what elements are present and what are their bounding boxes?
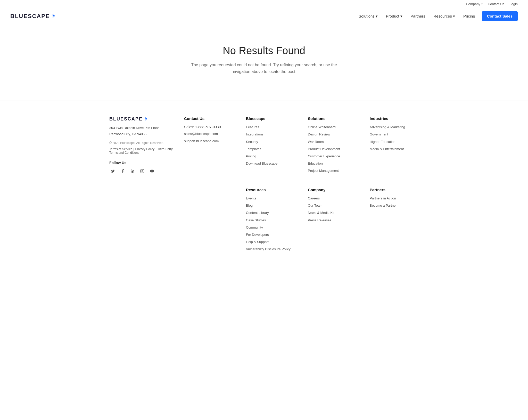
terms-link[interactable]: Terms of Service <box>109 147 132 151</box>
list-item: Project Management <box>308 168 359 173</box>
footer-link[interactable]: Product Development <box>308 147 340 151</box>
svg-marker-0 <box>53 14 55 16</box>
product-label: Product <box>386 14 399 18</box>
footer-contact-links: Sales: 1-888-507-0030 sales@bluescape.co… <box>184 125 236 143</box>
footer-resources: Resources EventsBlogContent LibraryCase … <box>246 188 298 252</box>
list-item: Media & Entertainment <box>370 147 421 151</box>
footer-link[interactable]: Partners in Action <box>370 196 396 200</box>
list-item: support.bluescape.com <box>184 139 236 143</box>
page-title: No Results Found <box>223 45 305 56</box>
svg-marker-1 <box>53 16 55 18</box>
list-item: News & Media Kit <box>308 211 359 215</box>
list-item: Blog <box>246 203 298 208</box>
footer-link[interactable]: Design Review <box>308 132 330 136</box>
logo-text: BLUESCAPE <box>10 13 50 20</box>
footer-link[interactable]: Integrations <box>246 132 263 136</box>
footer-link[interactable]: Security <box>246 140 258 144</box>
footer-link[interactable]: Case Studies <box>246 218 266 222</box>
footer-link[interactable]: Community <box>246 225 263 229</box>
footer-partners-links: Partners in ActionBecome a Partner <box>370 196 421 208</box>
footer-link[interactable]: Project Management <box>308 169 339 173</box>
footer-copyright: © 2022 Bluescape. All Rights Reserved. <box>109 141 174 145</box>
footer: BLUESCAPE 303 Twin Dolphin Drive, 6th Fl… <box>0 101 528 262</box>
footer-link[interactable]: Education <box>308 161 323 165</box>
footer-bluescape-links: FeaturesIntegrationsSecurityTemplatesPri… <box>246 125 298 166</box>
footer-solutions: Solutions Online WhiteboardDesign Review… <box>308 116 359 175</box>
svg-marker-2 <box>145 117 147 119</box>
solutions-chevron-icon: ▾ <box>376 14 378 19</box>
main-content: No Results Found The page you requested … <box>0 24 528 101</box>
list-item: Content Library <box>246 211 298 215</box>
list-item: sales@bluescape.com <box>184 132 236 136</box>
contact-us-link[interactable]: Contact Us <box>488 2 504 6</box>
list-item: Events <box>246 196 298 201</box>
footer-link[interactable]: Careers <box>308 196 320 200</box>
list-item: Integrations <box>246 132 298 137</box>
login-link[interactable]: Login <box>509 2 518 6</box>
linkedin-icon[interactable] <box>129 167 136 175</box>
privacy-link[interactable]: Privacy Policy <box>135 147 154 151</box>
footer-resources-links: EventsBlogContent LibraryCase StudiesCom… <box>246 196 298 252</box>
twitter-icon[interactable] <box>109 167 117 175</box>
youtube-icon[interactable] <box>148 167 156 175</box>
list-item: Templates <box>246 147 298 151</box>
nav-links: Solutions ▾ Product ▾ Partners Resources… <box>355 11 518 21</box>
follow-us-label: Follow Us <box>109 161 174 165</box>
footer-logo-icon <box>143 117 148 122</box>
footer-link[interactable]: Our Team <box>308 204 323 207</box>
product-nav-item[interactable]: Product ▾ <box>382 12 406 21</box>
footer-link[interactable]: Government <box>370 132 388 136</box>
footer-bottom-spacer2 <box>184 188 236 252</box>
contact-sales-button[interactable]: Contact Sales <box>482 11 518 21</box>
footer-link[interactable]: Advertising & Marketing <box>370 125 405 129</box>
partners-nav-item[interactable]: Partners <box>407 12 429 20</box>
footer-link[interactable]: Pricing <box>246 154 256 158</box>
list-item: Pricing <box>246 154 298 159</box>
list-item: Become a Partner <box>370 203 421 208</box>
instagram-icon[interactable] <box>139 167 146 175</box>
list-item: Sales: 1-888-507-0030 <box>184 125 236 129</box>
resources-label: Resources <box>433 14 452 18</box>
footer-address: 303 Twin Dolphin Drive, 6th Floor Redwoo… <box>109 125 174 137</box>
list-item: Partners in Action <box>370 196 421 201</box>
footer-link[interactable]: For Developers <box>246 233 269 237</box>
footer-address-line2: Redwood City, CA 94065 <box>109 131 174 137</box>
footer-link[interactable]: Become a Partner <box>370 204 397 207</box>
svg-marker-3 <box>145 119 147 121</box>
footer-logo: BLUESCAPE <box>109 116 174 122</box>
list-item: Press Releases <box>308 218 359 223</box>
footer-link[interactable]: Online Whiteboard <box>308 125 336 129</box>
footer-link[interactable]: Features <box>246 125 259 129</box>
footer-company-links: CareersOur TeamNews & Media KitPress Rel… <box>308 196 359 223</box>
footer-link[interactable]: Customer Experience <box>308 154 340 158</box>
main-nav: BLUESCAPE Solutions ▾ Product ▾ Partners… <box>0 8 528 24</box>
footer-link[interactable]: News & Media Kit <box>308 211 334 215</box>
footer-link[interactable]: Vulnerability Disclosure Policy <box>246 247 291 251</box>
footer-link[interactable]: Download Bluescape <box>246 161 277 165</box>
footer-link[interactable]: Media & Entertainment <box>370 147 404 151</box>
footer-partners-title: Partners <box>370 188 421 192</box>
partners-label: Partners <box>411 14 425 18</box>
company-chevron-icon: ▾ <box>481 3 483 5</box>
email-sales-link[interactable]: sales@bluescape.com <box>184 132 218 136</box>
footer-bottom-spacer <box>109 188 174 252</box>
footer-link[interactable]: Templates <box>246 147 261 151</box>
footer-link[interactable]: Content Library <box>246 211 269 215</box>
pricing-nav-item[interactable]: Pricing <box>460 12 479 20</box>
list-item: Features <box>246 125 298 130</box>
company-link[interactable]: Company ▾ <box>466 2 483 6</box>
footer-link[interactable]: War Room <box>308 140 324 144</box>
footer-link[interactable]: Higher Education <box>370 140 395 144</box>
resources-nav-item[interactable]: Resources ▾ <box>430 12 459 21</box>
list-item: War Room <box>308 140 359 144</box>
email-support-link[interactable]: support.bluescape.com <box>184 139 219 143</box>
footer-link[interactable]: Help & Support <box>246 240 269 244</box>
logo-icon <box>50 13 56 19</box>
footer-link[interactable]: Press Releases <box>308 218 331 222</box>
facebook-icon[interactable] <box>119 167 126 175</box>
footer-link[interactable]: Blog <box>246 204 253 207</box>
footer-link[interactable]: Events <box>246 196 256 200</box>
footer-resources-title: Resources <box>246 188 298 192</box>
solutions-nav-item[interactable]: Solutions ▾ <box>355 12 381 21</box>
logo[interactable]: BLUESCAPE <box>10 13 56 20</box>
